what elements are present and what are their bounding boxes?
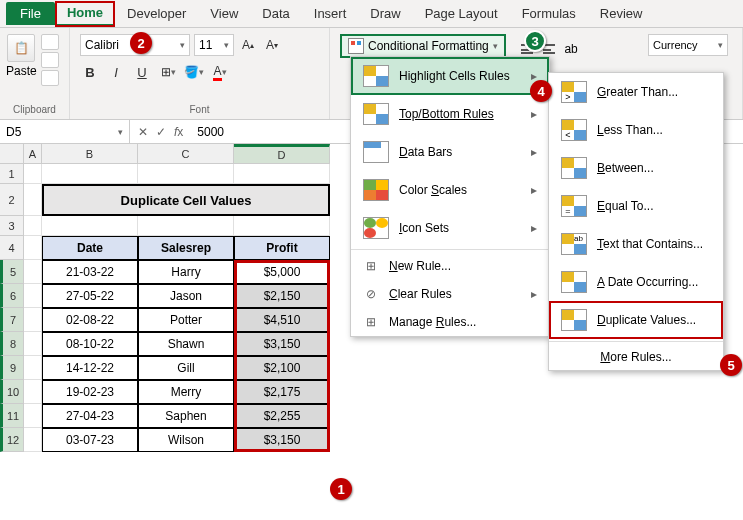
menu-clear-rules[interactable]: ⊘Clear Rules▸ xyxy=(351,280,549,308)
cell[interactable]: $3,150 xyxy=(234,332,330,356)
menu-highlight-cells-rules[interactable]: Highlight Cells Rules▸ xyxy=(351,57,549,95)
cell[interactable]: Potter xyxy=(138,308,234,332)
increase-font-icon[interactable]: A▴ xyxy=(238,35,258,55)
col-header[interactable]: D xyxy=(234,144,330,164)
row-header[interactable]: 10 xyxy=(0,380,24,404)
fill-color-button[interactable]: 🪣▾ xyxy=(184,62,204,82)
menu-more-rules[interactable]: More Rules... xyxy=(549,344,723,370)
copy-icon[interactable] xyxy=(41,52,59,68)
col-header[interactable]: B xyxy=(42,144,138,164)
cell[interactable]: Harry xyxy=(138,260,234,284)
conditional-formatting-icon xyxy=(348,38,364,54)
row-header[interactable]: 6 xyxy=(0,284,24,308)
row-header[interactable]: 7 xyxy=(0,308,24,332)
color-scales-icon xyxy=(363,179,389,201)
cancel-icon[interactable]: ✕ xyxy=(138,125,148,139)
tab-home[interactable]: Home xyxy=(55,1,115,27)
cell[interactable]: Shawn xyxy=(138,332,234,356)
menu-text-contains[interactable]: ab Text that Contains... xyxy=(549,225,723,263)
cell[interactable]: $3,150 xyxy=(234,428,330,452)
cell[interactable]: Jason xyxy=(138,284,234,308)
tab-insert[interactable]: Insert xyxy=(302,2,359,25)
wrap-text-icon[interactable]: ab xyxy=(561,40,581,58)
cell[interactable]: $5,000 xyxy=(234,260,330,284)
tab-review[interactable]: Review xyxy=(588,2,655,25)
cell[interactable]: $2,100 xyxy=(234,356,330,380)
font-color-button[interactable]: A▾ xyxy=(210,62,230,82)
menu-less-than[interactable]: < Less Than... xyxy=(549,111,723,149)
menu-date-occurring[interactable]: A Date Occurring... xyxy=(549,263,723,301)
border-button[interactable]: ⊞▾ xyxy=(158,62,178,82)
menu-new-rule[interactable]: ⊞New Rule... xyxy=(351,252,549,280)
cell[interactable]: 21-03-22 xyxy=(42,260,138,284)
cell[interactable]: Merry xyxy=(138,380,234,404)
tab-formulas[interactable]: Formulas xyxy=(510,2,588,25)
paste-button[interactable]: 📋 Paste xyxy=(6,34,37,78)
menu-data-bars[interactable]: Data Bars▸ xyxy=(351,133,549,171)
greater-than-icon: > xyxy=(561,81,587,103)
row-header[interactable]: 9 xyxy=(0,356,24,380)
tab-data[interactable]: Data xyxy=(250,2,301,25)
row-header[interactable]: 11 xyxy=(0,404,24,428)
row-header[interactable]: 3 xyxy=(0,216,24,236)
cell[interactable]: $2,175 xyxy=(234,380,330,404)
bold-button[interactable]: B xyxy=(80,62,100,82)
menu-top-bottom-rules[interactable]: Top/Bottom Rules▸ xyxy=(351,95,549,133)
fx-icon[interactable]: fx xyxy=(174,125,183,139)
font-size-select[interactable]: 11▾ xyxy=(194,34,234,56)
table-header[interactable]: Date xyxy=(42,236,138,260)
cell[interactable]: 03-07-23 xyxy=(42,428,138,452)
tab-file[interactable]: File xyxy=(6,2,55,25)
menu-manage-rules[interactable]: ⊞Manage Rules... xyxy=(351,308,549,336)
cell[interactable]: 02-08-22 xyxy=(42,308,138,332)
tab-page-layout[interactable]: Page Layout xyxy=(413,2,510,25)
cell[interactable]: Wilson xyxy=(138,428,234,452)
cell[interactable]: 08-10-22 xyxy=(42,332,138,356)
tab-bar: File Home Developer View Data Insert Dra… xyxy=(0,0,743,28)
step-badge-1: 1 xyxy=(330,478,352,500)
col-header[interactable]: C xyxy=(138,144,234,164)
table-header[interactable]: Profit xyxy=(234,236,330,260)
date-occurring-icon xyxy=(561,271,587,293)
conditional-formatting-button[interactable]: Conditional Formatting ▾ xyxy=(340,34,506,58)
cell[interactable]: $4,510 xyxy=(234,308,330,332)
menu-equal-to[interactable]: = Equal To... xyxy=(549,187,723,225)
cell[interactable]: 14-12-22 xyxy=(42,356,138,380)
font-group-label: Font xyxy=(76,104,323,117)
title-cell[interactable]: Duplicate Cell Values xyxy=(42,184,330,216)
enter-icon[interactable]: ✓ xyxy=(156,125,166,139)
menu-between[interactable]: Between... xyxy=(549,149,723,187)
italic-button[interactable]: I xyxy=(106,62,126,82)
menu-greater-than[interactable]: > Greater Than... xyxy=(549,73,723,111)
col-header[interactable]: A xyxy=(24,144,42,164)
menu-duplicate-values[interactable]: Duplicate Values... xyxy=(549,301,723,339)
underline-button[interactable]: U xyxy=(132,62,152,82)
cell[interactable]: Saphen xyxy=(138,404,234,428)
table-header[interactable]: Salesrep xyxy=(138,236,234,260)
row-header[interactable]: 1 xyxy=(0,164,24,184)
cell[interactable]: 27-04-23 xyxy=(42,404,138,428)
cut-icon[interactable] xyxy=(41,34,59,50)
select-all-corner[interactable] xyxy=(0,144,24,164)
tab-draw[interactable]: Draw xyxy=(358,2,412,25)
format-painter-icon[interactable] xyxy=(41,70,59,86)
highlight-cells-icon xyxy=(363,65,389,87)
row-header[interactable]: 4 xyxy=(0,236,24,260)
paste-icon: 📋 xyxy=(7,34,35,62)
number-format-select[interactable]: Currency▾ xyxy=(648,34,728,56)
cell[interactable]: 27-05-22 xyxy=(42,284,138,308)
row-header[interactable]: 2 xyxy=(0,184,24,216)
name-box[interactable]: D5▾ xyxy=(0,120,130,143)
menu-color-scales[interactable]: Color Scales▸ xyxy=(351,171,549,209)
tab-view[interactable]: View xyxy=(198,2,250,25)
cell[interactable]: $2,150 xyxy=(234,284,330,308)
tab-developer[interactable]: Developer xyxy=(115,2,198,25)
cell[interactable]: 19-02-23 xyxy=(42,380,138,404)
row-header[interactable]: 8 xyxy=(0,332,24,356)
row-header[interactable]: 5 xyxy=(0,260,24,284)
decrease-font-icon[interactable]: A▾ xyxy=(262,35,282,55)
cell[interactable]: Gill xyxy=(138,356,234,380)
cell[interactable]: $2,255 xyxy=(234,404,330,428)
menu-icon-sets[interactable]: Icon Sets▸ xyxy=(351,209,549,247)
row-header[interactable]: 12 xyxy=(0,428,24,452)
